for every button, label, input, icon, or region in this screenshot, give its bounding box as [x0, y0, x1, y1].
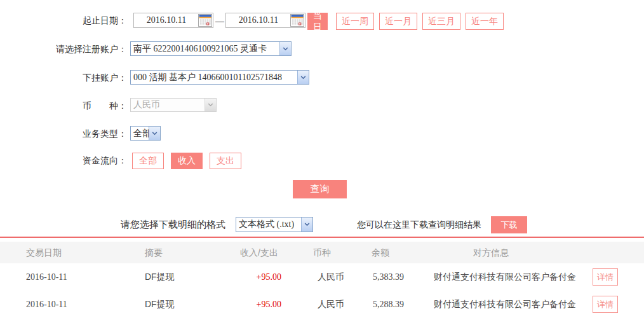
fund-flow-buttons: 全部 收入 支出 [132, 153, 248, 169]
quick-button-week[interactable]: 近一周 [336, 13, 374, 30]
date-range-label: 起止日期： [0, 13, 127, 28]
download-button[interactable]: 下载 [491, 216, 527, 233]
cell-balance: 5,288.39 [373, 291, 404, 318]
col-header-balance: 余额 [372, 242, 389, 263]
chevron-down-icon [205, 99, 216, 111]
table-top-divider [0, 237, 644, 238]
col-header-currency: 币种 [313, 242, 331, 263]
cell-date: 2016-10-11 [26, 263, 67, 291]
quick-button-quarter[interactable]: 近三月 [422, 13, 460, 30]
cell-amount: +95.00 [240, 263, 281, 291]
calendar-icon[interactable] [290, 14, 304, 27]
fund-flow-all-button[interactable]: 全部 [132, 153, 164, 169]
register-account-label: 请选择注册账户： [0, 42, 127, 57]
cell-currency: 人民币 [318, 291, 344, 318]
cell-currency: 人民币 [318, 263, 344, 291]
table-row: 2016-10-11 DF提现 +95.00 人民币 5,288.39 财付通支… [0, 291, 644, 318]
cell-counterparty: 财付通支付科技有限公司客户备付金 [434, 291, 576, 318]
register-account-select[interactable]: 南平 6222001406100921065 灵通卡 [130, 41, 292, 56]
fund-flow-expense-button[interactable]: 支出 [210, 153, 241, 169]
detail-button[interactable]: 详情 [593, 296, 618, 313]
cell-summary: DF提现 [145, 291, 175, 318]
currency-label: 币 种： [0, 99, 127, 113]
start-date-field [133, 13, 213, 28]
business-type-label: 业务类型： [0, 127, 127, 141]
business-type-select[interactable]: 全部 [130, 126, 161, 141]
fund-flow-label: 资金流向： [0, 153, 127, 168]
calendar-icon[interactable] [198, 14, 212, 27]
quick-date-buttons: 当日 近一周 近一月 近三月 近一年 [307, 13, 509, 30]
quick-button-year[interactable]: 近一年 [466, 13, 504, 30]
business-type-value: 全部 [131, 128, 149, 139]
download-hint: 您可以在这里下载查询明细结果 [357, 217, 481, 232]
quick-button-month[interactable]: 近一月 [379, 13, 417, 30]
transaction-query-page: 起止日期： — [0, 0, 644, 318]
chevron-down-icon [297, 71, 309, 84]
end-date-field [225, 13, 305, 28]
download-format-label: 请您选择下载明细的格式 [121, 217, 225, 232]
sub-account-label: 下挂账户： [0, 71, 127, 85]
download-format-value: 文本格式 (.txt) [236, 219, 301, 230]
cell-date: 2016-10-11 [26, 291, 67, 318]
cell-summary: DF提现 [145, 263, 175, 291]
query-button[interactable]: 查询 [293, 180, 347, 198]
fund-flow-income-button[interactable]: 收入 [171, 153, 203, 169]
table-row: 2016-10-11 DF提现 +95.00 人民币 5,383.39 财付通支… [0, 263, 644, 291]
sub-account-select[interactable]: 000 活期 基本户 1406600101102571848 [130, 70, 309, 85]
quick-button-today[interactable]: 当日 [307, 13, 328, 30]
cell-counterparty: 财付通支付科技有限公司客户备付金 [434, 263, 576, 291]
col-header-date: 交易日期 [26, 242, 62, 263]
currency-value: 人民币 [131, 99, 205, 111]
detail-button[interactable]: 详情 [593, 268, 618, 286]
chevron-down-icon [279, 42, 291, 55]
chevron-down-icon [301, 218, 312, 232]
col-header-amount: 收入/支出 [240, 242, 278, 263]
col-header-summary: 摘要 [145, 242, 163, 263]
table-header: 交易日期 摘要 收入/支出 币种 余额 对方信息 [0, 242, 644, 264]
sub-account-value: 000 活期 基本户 1406600101102571848 [131, 72, 297, 83]
download-format-select[interactable]: 文本格式 (.txt) [236, 217, 313, 232]
col-header-counterparty: 对方信息 [473, 242, 509, 263]
cell-amount: +95.00 [240, 291, 281, 318]
cell-balance: 5,383.39 [373, 263, 404, 291]
currency-select: 人民币 [130, 98, 217, 112]
date-range-separator: — [214, 13, 225, 29]
register-account-value: 南平 6222001406100921065 灵通卡 [131, 43, 279, 55]
chevron-down-icon [149, 127, 160, 140]
